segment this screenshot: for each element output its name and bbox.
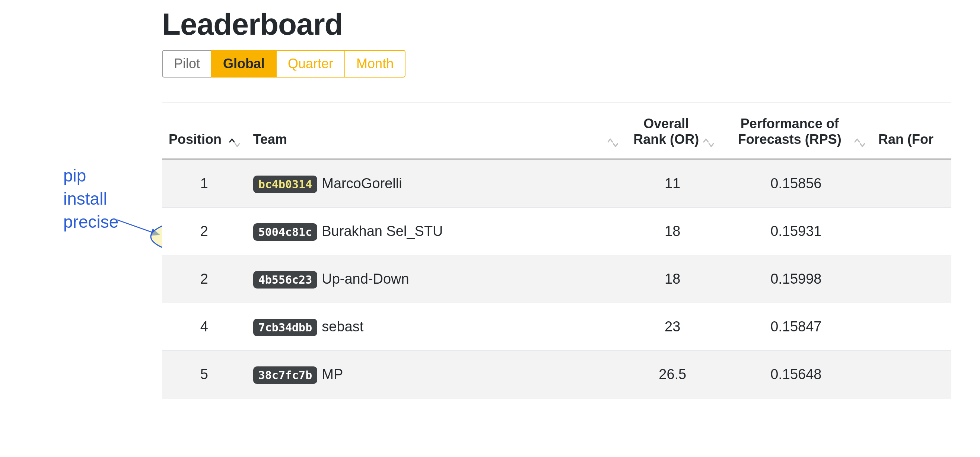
table-row[interactable]: 1bc4b0314MarcoGorelli110.15856 (162, 159, 951, 208)
sort-icon[interactable] (703, 138, 714, 147)
annotation-text: pip install precise (63, 164, 118, 233)
cell-position: 1 (162, 159, 247, 208)
column-team[interactable]: Team (247, 102, 625, 159)
cell-ran-truncated (872, 208, 951, 255)
column-label: Performance of Forecasts (RPS) (727, 116, 852, 147)
sort-icon[interactable] (854, 138, 865, 147)
column-label: Position (169, 132, 221, 147)
column-overall-rank[interactable]: Overall Rank (OR) (625, 102, 721, 159)
cell-ran-truncated (872, 351, 951, 398)
sort-icon[interactable] (608, 138, 618, 147)
tab-global[interactable]: Global (211, 50, 277, 78)
table-row[interactable]: 538c7fc7bMP26.50.15648 (162, 351, 951, 398)
cell-rps: 0.15847 (721, 303, 872, 351)
tab-month[interactable]: Month (344, 50, 406, 78)
cell-position: 4 (162, 303, 247, 351)
cell-position: 5 (162, 351, 247, 398)
cell-ran-truncated (872, 159, 951, 208)
table-row[interactable]: 25004c81cBurakhan Sel_STU180.15931 (162, 208, 951, 255)
scope-tabs: Pilot Global Quarter Month (162, 50, 980, 78)
table-row[interactable]: 47cb34dbbsebast230.15847 (162, 303, 951, 351)
cell-overall-rank: 23 (625, 303, 721, 351)
team-name: Burakhan Sel_STU (322, 223, 443, 239)
cell-rps: 0.15856 (721, 159, 872, 208)
cell-overall-rank: 11 (625, 159, 721, 208)
team-hash-badge: 7cb34dbb (253, 319, 318, 336)
leaderboard-table: Position Team (162, 102, 951, 398)
svg-line-1 (117, 220, 159, 235)
cell-ran-truncated (872, 255, 951, 303)
cell-team: 4b556c23Up-and-Down (247, 255, 625, 303)
cell-rps: 0.15931 (721, 208, 872, 255)
column-rps[interactable]: Performance of Forecasts (RPS) (721, 102, 872, 159)
team-hash-badge: bc4b0314 (253, 176, 318, 193)
team-name: sebast (322, 319, 363, 334)
cell-team: 7cb34dbbsebast (247, 303, 625, 351)
cell-team: 38c7fc7bMP (247, 351, 625, 398)
annotation-line: pip (63, 164, 118, 187)
cell-team: bc4b0314MarcoGorelli (247, 159, 625, 208)
team-hash-badge: 4b556c23 (253, 271, 318, 289)
column-label: Overall Rank (OR) (632, 116, 701, 147)
column-ran-truncated[interactable]: Ran (For (872, 102, 951, 159)
cell-team: 5004c81cBurakhan Sel_STU (247, 208, 625, 255)
sort-icon[interactable] (229, 138, 240, 147)
annotation-line: install (63, 187, 118, 210)
column-label: Ran (For (878, 132, 934, 147)
cell-overall-rank: 18 (625, 255, 721, 303)
tab-pilot[interactable]: Pilot (162, 50, 212, 78)
cell-ran-truncated (872, 303, 951, 351)
tab-quarter[interactable]: Quarter (276, 50, 345, 78)
page-title: Leaderboard (162, 7, 980, 42)
leaderboard-panel: Leaderboard Pilot Global Quarter Month P… (162, 0, 980, 398)
annotation-arrow-icon (115, 205, 167, 242)
cell-position: 2 (162, 208, 247, 255)
team-name: Up-and-Down (322, 271, 409, 287)
cell-rps: 0.15998 (721, 255, 872, 303)
cell-overall-rank: 18 (625, 208, 721, 255)
team-hash-badge: 5004c81c (253, 223, 318, 241)
column-position[interactable]: Position (162, 102, 247, 159)
team-name: MP (322, 366, 343, 382)
cell-position: 2 (162, 255, 247, 303)
team-name: MarcoGorelli (322, 176, 402, 191)
team-hash-badge: 38c7fc7b (253, 366, 318, 384)
cell-rps: 0.15648 (721, 351, 872, 398)
cell-overall-rank: 26.5 (625, 351, 721, 398)
column-label: Team (253, 132, 287, 147)
table-row[interactable]: 24b556c23Up-and-Down180.15998 (162, 255, 951, 303)
annotation-line: precise (63, 210, 118, 233)
